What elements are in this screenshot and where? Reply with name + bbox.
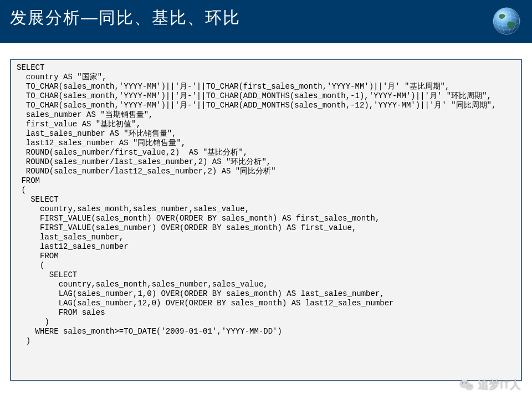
svg-point-6 <box>466 383 474 390</box>
svg-point-10 <box>470 385 472 386</box>
watermark-label: 追梦IT人 <box>478 377 521 392</box>
slide-header: 发展分析—同比、基比、环比 <box>0 0 532 43</box>
watermark: 追梦IT人 <box>459 377 521 392</box>
globe-icon <box>491 6 522 37</box>
sql-code-block: SELECT country AS "国家", TO_CHAR(sales_mo… <box>10 59 522 381</box>
page-title: 发展分析—同比、基比、环比 <box>10 8 241 27</box>
svg-point-0 <box>493 8 520 34</box>
svg-point-7 <box>462 382 463 383</box>
svg-point-8 <box>466 382 467 383</box>
wechat-icon <box>459 378 474 392</box>
svg-point-9 <box>468 385 469 386</box>
